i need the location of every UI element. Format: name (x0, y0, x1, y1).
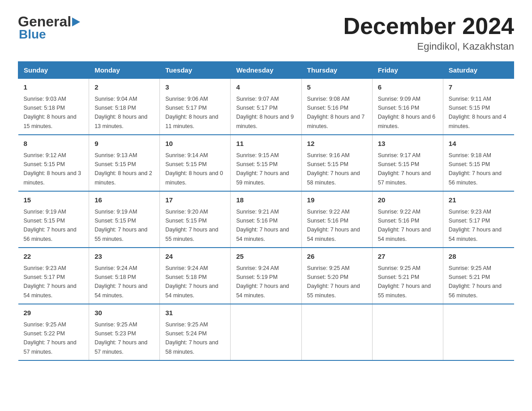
week-row-2: 8 Sunrise: 9:12 AMSunset: 5:15 PMDayligh… (18, 135, 514, 191)
logo-blue: Blue (19, 27, 46, 42)
header-monday: Monday (89, 62, 160, 79)
day-cell-9: 9 Sunrise: 9:13 AMSunset: 5:15 PMDayligh… (89, 135, 160, 191)
day-number: 9 (94, 139, 154, 149)
header-wednesday: Wednesday (231, 62, 301, 79)
day-cell-7: 7 Sunrise: 9:11 AMSunset: 5:15 PMDayligh… (443, 79, 514, 135)
day-number: 18 (236, 195, 296, 206)
day-number: 5 (307, 82, 367, 93)
day-cell-25: 25 Sunrise: 9:24 AMSunset: 5:19 PMDaylig… (231, 248, 301, 304)
calendar-table: Sunday Monday Tuesday Wednesday Thursday… (18, 61, 514, 361)
day-info: Sunrise: 9:07 AMSunset: 5:17 PMDaylight:… (236, 96, 294, 129)
day-info: Sunrise: 9:25 AMSunset: 5:21 PMDaylight:… (378, 265, 431, 299)
week-row-3: 15 Sunrise: 9:19 AMSunset: 5:15 PMDaylig… (18, 191, 514, 248)
day-cell-4: 4 Sunrise: 9:07 AMSunset: 5:17 PMDayligh… (231, 79, 301, 135)
day-cell-empty (372, 304, 443, 360)
day-info: Sunrise: 9:09 AMSunset: 5:16 PMDaylight:… (378, 96, 436, 129)
day-info: Sunrise: 9:25 AMSunset: 5:21 PMDaylight:… (449, 265, 502, 299)
day-number: 8 (24, 139, 84, 149)
day-number: 6 (378, 82, 438, 93)
title-block: December 2024 Egindikol, Kazakhstan (343, 13, 514, 52)
day-info: Sunrise: 9:16 AMSunset: 5:15 PMDaylight:… (307, 152, 360, 186)
day-cell-23: 23 Sunrise: 9:24 AMSunset: 5:18 PMDaylig… (89, 248, 160, 304)
day-info: Sunrise: 9:08 AMSunset: 5:16 PMDaylight:… (307, 96, 365, 129)
day-info: Sunrise: 9:19 AMSunset: 5:15 PMDaylight:… (94, 209, 147, 242)
day-cell-19: 19 Sunrise: 9:22 AMSunset: 5:16 PMDaylig… (301, 191, 372, 248)
day-number: 22 (24, 252, 84, 262)
day-info: Sunrise: 9:11 AMSunset: 5:15 PMDaylight:… (449, 96, 506, 129)
day-info: Sunrise: 9:24 AMSunset: 5:19 PMDaylight:… (236, 265, 289, 299)
day-number: 26 (307, 252, 367, 262)
header-tuesday: Tuesday (160, 62, 231, 79)
day-number: 19 (307, 195, 367, 206)
day-cell-28: 28 Sunrise: 9:25 AMSunset: 5:21 PMDaylig… (443, 248, 514, 304)
day-info: Sunrise: 9:12 AMSunset: 5:15 PMDaylight:… (24, 152, 82, 186)
day-info: Sunrise: 9:25 AMSunset: 5:24 PMDaylight:… (165, 321, 218, 355)
day-info: Sunrise: 9:24 AMSunset: 5:18 PMDaylight:… (94, 265, 147, 299)
day-cell-11: 11 Sunrise: 9:15 AMSunset: 5:15 PMDaylig… (231, 135, 301, 191)
day-cell-14: 14 Sunrise: 9:18 AMSunset: 5:15 PMDaylig… (443, 135, 514, 191)
day-number: 11 (236, 139, 296, 149)
day-info: Sunrise: 9:22 AMSunset: 5:16 PMDaylight:… (378, 209, 431, 242)
day-number: 1 (24, 82, 84, 93)
day-info: Sunrise: 9:24 AMSunset: 5:18 PMDaylight:… (165, 265, 218, 299)
day-number: 10 (165, 139, 225, 149)
day-cell-12: 12 Sunrise: 9:16 AMSunset: 5:15 PMDaylig… (301, 135, 372, 191)
day-number: 17 (165, 195, 225, 206)
day-number: 3 (165, 82, 225, 93)
day-cell-8: 8 Sunrise: 9:12 AMSunset: 5:15 PMDayligh… (18, 135, 89, 191)
header-friday: Friday (372, 62, 443, 79)
day-cell-17: 17 Sunrise: 9:20 AMSunset: 5:15 PMDaylig… (160, 191, 231, 248)
day-info: Sunrise: 9:23 AMSunset: 5:17 PMDaylight:… (449, 209, 502, 242)
day-info: Sunrise: 9:20 AMSunset: 5:15 PMDaylight:… (165, 209, 218, 242)
day-number: 30 (94, 308, 154, 318)
day-number: 20 (378, 195, 438, 206)
day-cell-empty (231, 304, 301, 360)
day-cell-18: 18 Sunrise: 9:21 AMSunset: 5:16 PMDaylig… (231, 191, 301, 248)
day-number: 15 (24, 195, 84, 206)
page-subtitle: Egindikol, Kazakhstan (343, 41, 514, 52)
day-info: Sunrise: 9:15 AMSunset: 5:15 PMDaylight:… (236, 152, 289, 186)
day-cell-24: 24 Sunrise: 9:24 AMSunset: 5:18 PMDaylig… (160, 248, 231, 304)
day-number: 23 (94, 252, 154, 262)
day-cell-20: 20 Sunrise: 9:22 AMSunset: 5:16 PMDaylig… (372, 191, 443, 248)
day-number: 12 (307, 139, 367, 149)
day-cell-2: 2 Sunrise: 9:04 AMSunset: 5:18 PMDayligh… (89, 79, 160, 135)
logo: General Blue (18, 13, 82, 42)
day-info: Sunrise: 9:21 AMSunset: 5:16 PMDaylight:… (236, 209, 289, 242)
day-cell-26: 26 Sunrise: 9:25 AMSunset: 5:20 PMDaylig… (301, 248, 372, 304)
day-cell-10: 10 Sunrise: 9:14 AMSunset: 5:15 PMDaylig… (160, 135, 231, 191)
day-cell-22: 22 Sunrise: 9:23 AMSunset: 5:17 PMDaylig… (18, 248, 89, 304)
day-number: 27 (378, 252, 438, 262)
day-cell-1: 1 Sunrise: 9:03 AMSunset: 5:18 PMDayligh… (18, 79, 89, 135)
week-row-4: 22 Sunrise: 9:23 AMSunset: 5:17 PMDaylig… (18, 248, 514, 304)
week-row-5: 29 Sunrise: 9:25 AMSunset: 5:22 PMDaylig… (18, 304, 514, 360)
day-number: 25 (236, 252, 296, 262)
day-info: Sunrise: 9:18 AMSunset: 5:15 PMDaylight:… (449, 152, 502, 186)
day-cell-30: 30 Sunrise: 9:25 AMSunset: 5:23 PMDaylig… (89, 304, 160, 360)
day-info: Sunrise: 9:13 AMSunset: 5:15 PMDaylight:… (94, 152, 152, 186)
day-info: Sunrise: 9:17 AMSunset: 5:15 PMDaylight:… (378, 152, 431, 186)
day-number: 29 (24, 308, 84, 318)
svg-marker-0 (72, 17, 80, 26)
day-info: Sunrise: 9:03 AMSunset: 5:18 PMDaylight:… (24, 96, 77, 129)
day-number: 31 (165, 308, 225, 318)
page-title: December 2024 (343, 13, 514, 39)
day-cell-29: 29 Sunrise: 9:25 AMSunset: 5:22 PMDaylig… (18, 304, 89, 360)
day-number: 7 (449, 82, 509, 93)
page-header: General Blue December 2024 Egindikol, Ka… (18, 13, 514, 52)
day-info: Sunrise: 9:22 AMSunset: 5:16 PMDaylight:… (307, 209, 360, 242)
day-cell-27: 27 Sunrise: 9:25 AMSunset: 5:21 PMDaylig… (372, 248, 443, 304)
day-cell-3: 3 Sunrise: 9:06 AMSunset: 5:17 PMDayligh… (160, 79, 231, 135)
logo-arrow-icon (72, 17, 82, 27)
day-cell-15: 15 Sunrise: 9:19 AMSunset: 5:15 PMDaylig… (18, 191, 89, 248)
week-row-1: 1 Sunrise: 9:03 AMSunset: 5:18 PMDayligh… (18, 79, 514, 135)
day-info: Sunrise: 9:25 AMSunset: 5:23 PMDaylight:… (94, 321, 147, 355)
day-cell-empty (301, 304, 372, 360)
header-thursday: Thursday (301, 62, 372, 79)
day-cell-6: 6 Sunrise: 9:09 AMSunset: 5:16 PMDayligh… (372, 79, 443, 135)
day-info: Sunrise: 9:25 AMSunset: 5:20 PMDaylight:… (307, 265, 360, 299)
day-info: Sunrise: 9:06 AMSunset: 5:17 PMDaylight:… (165, 96, 218, 129)
header-saturday: Saturday (443, 62, 514, 79)
day-cell-16: 16 Sunrise: 9:19 AMSunset: 5:15 PMDaylig… (89, 191, 160, 248)
day-info: Sunrise: 9:04 AMSunset: 5:18 PMDaylight:… (94, 96, 147, 129)
